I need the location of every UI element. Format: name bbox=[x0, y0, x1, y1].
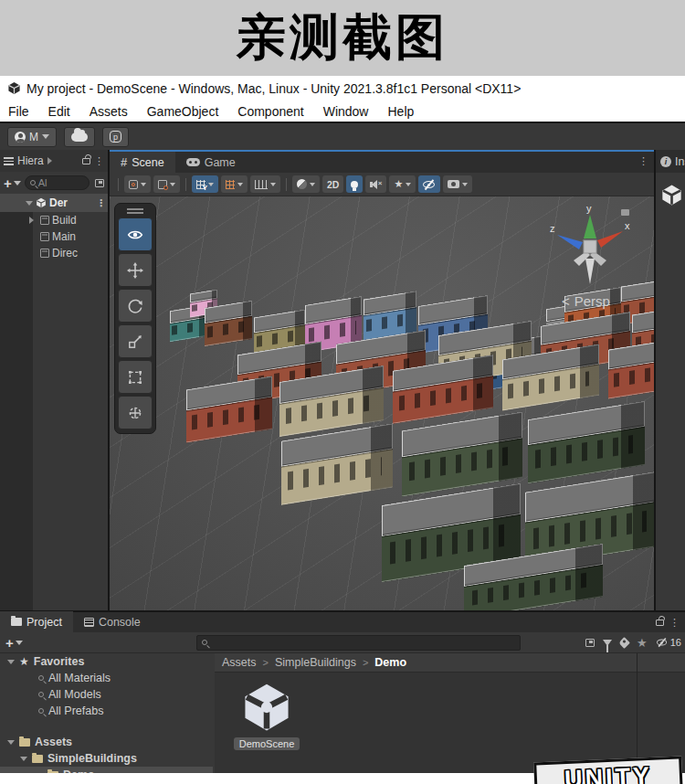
tab-label: Scene bbox=[132, 156, 163, 169]
tab-project[interactable]: Project bbox=[0, 611, 73, 632]
transform-icon bbox=[127, 405, 143, 421]
scene-toolbar: Y 2D × ★ bbox=[110, 173, 654, 196]
menu-gameobject[interactable]: GameObject bbox=[147, 104, 219, 119]
tools-overlay bbox=[114, 203, 156, 434]
asset-demoscene[interactable]: DemoScene bbox=[233, 681, 300, 750]
breadcrumb-assets[interactable]: Assets bbox=[222, 656, 257, 669]
foldout-icon[interactable] bbox=[7, 740, 15, 745]
camera-icon bbox=[448, 180, 459, 188]
add-object-button[interactable]: + bbox=[4, 175, 21, 191]
scene-options-icon[interactable]: ⋮ bbox=[96, 198, 106, 208]
eye-slash-icon bbox=[657, 639, 668, 647]
gizmo-lock-icon[interactable] bbox=[621, 209, 629, 216]
info-icon: i bbox=[660, 156, 671, 167]
move-icon bbox=[127, 262, 143, 279]
lock-icon[interactable] bbox=[656, 620, 664, 626]
scene-visibility-button[interactable] bbox=[418, 175, 440, 193]
view-tool-button[interactable] bbox=[118, 217, 153, 251]
picker-icon[interactable] bbox=[95, 179, 104, 187]
hidden-count-badge[interactable]: 16 bbox=[656, 637, 681, 648]
hierarchy-search-input[interactable]: Al bbox=[25, 175, 90, 190]
draw-mode-button[interactable] bbox=[124, 175, 151, 193]
effects-button[interactable]: ★ bbox=[389, 175, 416, 193]
label-tag-icon[interactable] bbox=[618, 637, 630, 649]
camera-settings-button[interactable] bbox=[443, 175, 472, 193]
tab-label: Console bbox=[99, 616, 141, 629]
favorite-all-materials[interactable]: All Materials bbox=[0, 670, 213, 686]
inspector-asset-icon bbox=[660, 184, 683, 207]
unity-editor-screenshot: 亲测截图 My project - DemoScene - Windows, M… bbox=[0, 0, 685, 784]
kebab-menu-icon[interactable]: ⋮ bbox=[94, 156, 104, 166]
tab-scene[interactable]: # Scene bbox=[110, 152, 175, 173]
tab-game[interactable]: Game bbox=[175, 152, 247, 173]
account-button[interactable]: M bbox=[7, 127, 57, 147]
scene-canvas[interactable]: y x z < Persp bbox=[110, 196, 654, 610]
hierarchy-item-directional-light[interactable]: Direc bbox=[0, 245, 108, 261]
inspector-header[interactable]: i Ins bbox=[656, 150, 685, 173]
scene-view-menu-icon[interactable]: ⋮ bbox=[638, 156, 648, 166]
banner: 亲测截图 bbox=[0, 0, 685, 76]
foldout-icon[interactable] bbox=[26, 201, 33, 206]
search-icon bbox=[38, 708, 44, 714]
eye-icon bbox=[127, 227, 143, 243]
menu-edit[interactable]: Edit bbox=[48, 104, 70, 119]
tab-overflow-icon[interactable] bbox=[47, 157, 52, 164]
open-search-window-icon[interactable] bbox=[585, 639, 595, 647]
scene-lighting-button[interactable] bbox=[292, 175, 320, 193]
folder-icon bbox=[19, 738, 30, 747]
hierarchy-scene-row[interactable]: Der ⋮ bbox=[0, 194, 108, 212]
perspective-label[interactable]: < Persp bbox=[562, 293, 610, 309]
foldout-icon[interactable] bbox=[20, 757, 27, 761]
audio-mute-button[interactable]: × bbox=[365, 175, 386, 193]
hierarchy-item-buildings[interactable]: Build bbox=[0, 212, 108, 228]
ruler-icon bbox=[255, 180, 268, 189]
grid-snap-button[interactable] bbox=[221, 175, 248, 193]
shading-mode-button[interactable] bbox=[153, 175, 180, 193]
plastic-scm-button[interactable]: p bbox=[102, 127, 129, 147]
hierarchy-item-main-camera[interactable]: Main bbox=[0, 228, 108, 245]
rect-tool-button[interactable] bbox=[118, 360, 153, 394]
overlay-drag-handle[interactable] bbox=[118, 207, 153, 216]
foldout-icon[interactable] bbox=[7, 660, 15, 664]
gizmo-y-label: y bbox=[586, 204, 592, 214]
hierarchy-tab-label[interactable]: Hiera bbox=[17, 154, 44, 167]
folder-simplebuildings[interactable]: SimpleBuildings bbox=[0, 750, 213, 767]
favorite-all-prefabs[interactable]: All Prefabs bbox=[0, 703, 213, 719]
mode-2d-button[interactable]: 2D bbox=[322, 175, 343, 193]
kebab-menu-icon[interactable]: ⋮ bbox=[669, 618, 680, 628]
menu-file[interactable]: File bbox=[8, 104, 29, 119]
snap-increment-button[interactable] bbox=[250, 175, 280, 193]
building bbox=[205, 301, 252, 346]
tab-console[interactable]: Console bbox=[73, 611, 152, 632]
lock-icon[interactable] bbox=[82, 158, 90, 164]
menu-window[interactable]: Window bbox=[323, 104, 369, 119]
grid-visibility-button[interactable]: Y bbox=[192, 175, 218, 193]
orientation-gizmo[interactable]: y x z bbox=[546, 204, 634, 291]
folder-assets[interactable]: Assets bbox=[0, 734, 213, 750]
search-filter-icon[interactable] bbox=[603, 640, 612, 646]
move-tool-button[interactable] bbox=[118, 253, 153, 287]
favorite-all-models[interactable]: All Models bbox=[0, 686, 213, 703]
scale-icon bbox=[127, 334, 143, 350]
breadcrumb-demo[interactable]: Demo bbox=[374, 656, 406, 669]
mute-icon: × bbox=[370, 180, 382, 189]
eye-slash-icon bbox=[423, 180, 436, 189]
favorites-row[interactable]: ★ Favorites bbox=[0, 653, 213, 670]
folder-demo[interactable]: Demo bbox=[0, 767, 213, 773]
menu-assets[interactable]: Assets bbox=[90, 104, 128, 119]
menu-help[interactable]: Help bbox=[387, 104, 414, 119]
search-icon bbox=[38, 675, 44, 681]
project-search-input[interactable] bbox=[196, 635, 521, 651]
cloud-button[interactable] bbox=[64, 127, 95, 147]
star-icon: ★ bbox=[19, 656, 29, 667]
expand-icon[interactable] bbox=[29, 217, 34, 224]
menu-component[interactable]: Component bbox=[237, 104, 303, 119]
scale-tool-button[interactable] bbox=[118, 324, 153, 358]
breadcrumb-simplebuildings[interactable]: SimpleBuildings bbox=[275, 656, 356, 669]
rotate-tool-button[interactable] bbox=[118, 289, 153, 323]
asset-name-label: DemoScene bbox=[234, 737, 300, 750]
favorites-star-icon[interactable]: ★ bbox=[637, 637, 648, 649]
create-asset-button[interactable]: + bbox=[5, 635, 23, 651]
scene-light-toggle-button[interactable] bbox=[346, 175, 363, 193]
transform-tool-button[interactable] bbox=[118, 396, 153, 429]
